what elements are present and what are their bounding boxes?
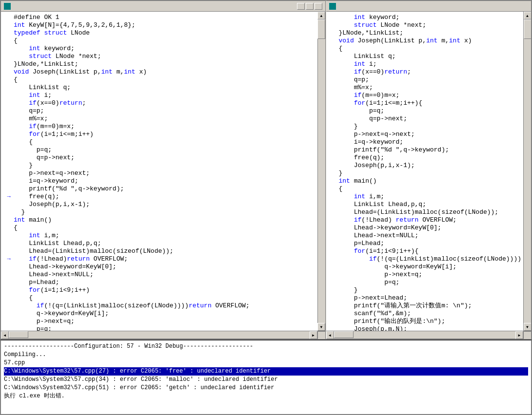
right-code-line: p->next=Lhead; (330, 294, 521, 302)
left-code-line: for(i=1;i<=m;i++) (5, 131, 315, 138)
left-title-buttons (297, 3, 322, 10)
left-code-line: p=q; (5, 146, 315, 154)
left-code-line: int main() (5, 216, 315, 224)
code-text: { (14, 37, 315, 45)
right-scroll-down-btn[interactable]: ▼ (524, 323, 532, 331)
code-text: scanf("%d",&m); (339, 310, 521, 318)
code-text: }LNode,*LinkList; (339, 29, 521, 37)
code-text: typedef struct LNode (14, 29, 315, 37)
code-text: q->keyword=KeyW[i]; (14, 310, 315, 318)
right-code-line: struct LNode *next; (330, 21, 521, 29)
right-code-line: { (330, 45, 521, 53)
left-panel: #define OK 1int KeyW[N]={4,7,5,9,3,2,6,1… (0, 0, 326, 340)
left-code-line: }LNode,*LinkList; (5, 60, 315, 68)
code-text: int keyword; (14, 45, 315, 53)
code-text: } (339, 286, 521, 294)
left-scroll-up-btn[interactable]: ▲ (317, 12, 325, 19)
left-scroll-right-btn[interactable]: ► (310, 331, 317, 339)
left-file-icon (4, 3, 11, 10)
left-scroll-left-btn[interactable]: ◄ (1, 331, 9, 339)
right-code-line: printf("请输入第一次计数值m: \n"); (330, 302, 521, 310)
code-text: p=q; (14, 325, 315, 331)
code-text: for(i=1;i<9;i++){ (339, 247, 521, 255)
code-text: if(x==0)return; (14, 99, 315, 107)
code-text: } (14, 208, 315, 216)
left-code-line: Lhead->keyword=KeyW[0]; (5, 263, 315, 271)
code-text: int keyword; (339, 14, 521, 21)
right-code-line: if(!(q=(LinkList)malloc(sizeof(LNode)))) (330, 255, 521, 263)
right-scroll-thumb-h[interactable] (334, 331, 354, 338)
code-text: p=Lhead; (339, 240, 521, 247)
left-minimize-btn[interactable] (297, 3, 305, 10)
code-text: p->next=Lhead; (339, 294, 521, 302)
left-code-line: for(i=1;i<9;i++) (5, 286, 315, 294)
right-scrollbar-v[interactable]: ▲ ▼ (523, 12, 531, 331)
code-text: if(!(q=(LinkList)malloc(sizeof(LNode)))) (339, 255, 521, 263)
left-scroll-down-btn[interactable]: ▼ (317, 323, 325, 331)
output-line: Compiling... (4, 351, 528, 359)
right-code-line: void Joseph(LinkList p,int m,int x) (330, 37, 521, 45)
code-text: struct LNode *next; (339, 21, 521, 29)
left-scroll-thumb-h[interactable] (9, 331, 28, 338)
code-text: Joseph(p,i,x-1); (14, 201, 315, 208)
left-code-line: int i; (5, 92, 315, 99)
code-text: p=q; (339, 279, 521, 286)
code-text: p->next=q; (339, 271, 521, 279)
right-scroll-right-btn[interactable]: ► (515, 331, 523, 339)
right-code-line: { (330, 185, 521, 193)
left-panel-title-left (4, 3, 13, 10)
right-code-line: Joseph(p,m,N); (330, 325, 521, 331)
main-container: #define OK 1int KeyW[N]={4,7,5,9,3,2,6,1… (0, 0, 532, 415)
left-code-line: struct LNode *next; (5, 53, 315, 60)
left-code-line: LinkList q; (5, 84, 315, 92)
left-code-line: if(!(q=(LinkList)malloc(sizeof(LNode))))… (5, 302, 315, 310)
output-line: C:\Windows\System32\57.cpp(34) : error C… (4, 376, 528, 384)
code-text: int main() (14, 216, 315, 224)
left-code-scroll-area[interactable]: #define OK 1int KeyW[N]={4,7,5,9,3,2,6,1… (1, 12, 317, 331)
left-scroll-thumb-v[interactable] (317, 19, 325, 39)
left-scrollbar-v[interactable]: ▲ ▼ (317, 12, 325, 331)
left-code-line: if(m==0)m=x; (5, 123, 315, 131)
left-code-line: { (5, 138, 315, 146)
code-text: q=p->next; (14, 154, 315, 162)
code-text: #define OK 1 (14, 14, 315, 21)
code-area: #define OK 1int KeyW[N]={4,7,5,9,3,2,6,1… (0, 0, 532, 340)
code-text: m%=x; (14, 115, 315, 123)
right-code-line: Joseph(p,i,x-1); (330, 162, 521, 170)
left-code-line: } (5, 162, 315, 170)
code-text: void Joseph(LinkList p,int m,int x) (14, 68, 315, 76)
left-code-line: if(x==0)return; (5, 99, 315, 107)
right-code-line: p->next=q; (330, 271, 521, 279)
left-code-line: { (5, 76, 315, 84)
code-text: { (339, 185, 521, 193)
code-text: LinkList Lhead,p,q; (14, 240, 315, 247)
right-scroll-left-btn[interactable]: ◄ (326, 331, 334, 339)
code-text: } (14, 162, 315, 170)
code-text: printf("请输入第一次计数值m: \n"); (339, 302, 521, 310)
code-text: Lhead=(LinkList)malloc(sizeof(LNode)); (14, 247, 315, 255)
left-panel-titlebar (1, 1, 325, 12)
right-code-scroll-area[interactable]: int keyword; struct LNode *next;}LNode,*… (326, 12, 523, 331)
right-code-line: if(m==0)m=x; (330, 92, 521, 99)
code-text: { (339, 45, 521, 53)
left-code-line: int i,m; (5, 232, 315, 240)
code-text: Lhead->next=NULL; (14, 271, 315, 279)
right-scroll-up-btn[interactable]: ▲ (524, 12, 532, 19)
left-close-btn[interactable] (315, 3, 322, 10)
left-maximize-btn[interactable] (306, 3, 314, 10)
code-text: Joseph(p,i,x-1); (339, 162, 521, 170)
code-text: { (14, 224, 315, 232)
right-scrollbar-h-container: ◄ ► (326, 331, 531, 339)
code-text: for(i=1;i<=m;i++){ (339, 99, 521, 107)
left-scroll-corner (317, 331, 325, 339)
left-code-line: p=q; (5, 325, 315, 331)
left-code-line: typedef struct LNode (5, 29, 315, 37)
right-code-line: } (330, 170, 521, 177)
output-line: --------------------Configuration: 57 - … (4, 342, 528, 351)
output-line: C:\Windows\System32\57.cpp(51) : error C… (4, 384, 528, 392)
right-code-line: scanf("%d",&m); (330, 310, 521, 318)
code-text: { (14, 76, 315, 84)
code-text: p=Lhead; (14, 279, 315, 286)
right-scroll-thumb-v[interactable] (524, 19, 532, 39)
output-line: C:\Windows\System32\57.cpp(27) : error C… (4, 367, 528, 376)
